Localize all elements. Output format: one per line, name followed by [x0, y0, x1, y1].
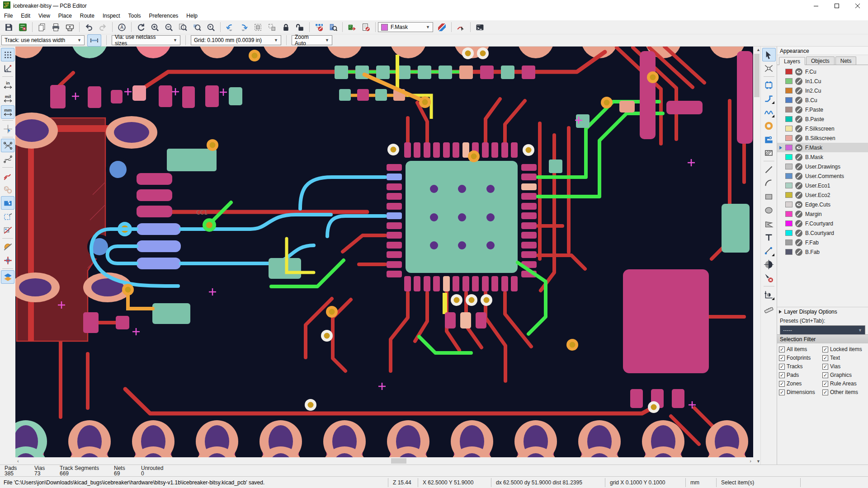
filter-pads[interactable]: Pads [779, 371, 822, 379]
visibility-icon[interactable] [795, 154, 802, 161]
page-settings-button[interactable] [35, 21, 49, 33]
units-inches-button[interactable]: in [1, 78, 14, 92]
layer-swatch[interactable] [785, 239, 793, 245]
layer-row-bsilk[interactable]: B.Silkscreen [777, 133, 868, 143]
checkbox[interactable] [779, 355, 785, 361]
checkbox[interactable] [779, 364, 785, 370]
visibility-icon[interactable] [795, 230, 802, 237]
layer-row-eco1[interactable]: User.Eco1 [777, 181, 868, 190]
visibility-icon[interactable] [795, 106, 802, 113]
draw-line-button[interactable] [762, 163, 776, 176]
toggle-ratsnest-button[interactable] [312, 21, 326, 33]
checkbox[interactable] [822, 372, 828, 378]
group-button[interactable] [251, 21, 265, 33]
visibility-icon[interactable] [795, 68, 802, 75]
layer-row-in2cu[interactable]: In2.Cu [777, 86, 868, 95]
horizontal-scrollbar[interactable]: ‹ › [15, 457, 753, 465]
vertical-scroll-thumb[interactable] [754, 54, 760, 97]
layer-swatch[interactable] [785, 78, 793, 84]
layer-swatch[interactable] [785, 135, 793, 141]
layer-swatch[interactable] [785, 230, 793, 236]
tab-nets[interactable]: Nets [835, 56, 857, 65]
checkbox[interactable] [822, 381, 828, 387]
back-button[interactable] [223, 21, 237, 33]
layer-row-bcourtyard[interactable]: B.Courtyard [777, 228, 868, 238]
visibility-icon[interactable] [795, 249, 802, 256]
drill-origin-button[interactable] [762, 258, 776, 271]
layer-row-edgecuts[interactable]: Edge.Cuts [777, 200, 868, 209]
menu-place[interactable]: Place [54, 12, 76, 20]
refresh-button[interactable] [134, 21, 148, 33]
draw-polygon-button[interactable] [762, 217, 776, 230]
zoom-fit-objects-button[interactable] [190, 21, 204, 33]
plot-button[interactable] [63, 21, 77, 33]
add-dimension-button[interactable] [762, 244, 776, 258]
visibility-icon[interactable] [795, 173, 802, 180]
filter-zones[interactable]: Zones [779, 380, 822, 388]
undo-button[interactable] [82, 21, 96, 33]
horizontal-scroll-thumb[interactable] [391, 458, 406, 464]
tab-objects[interactable]: Objects [806, 56, 835, 65]
pad-display-mode-button[interactable] [1, 196, 14, 210]
add-zone-button[interactable] [762, 132, 776, 146]
checkbox[interactable] [822, 347, 828, 352]
net-inspector-button[interactable] [326, 21, 340, 33]
via-display-mode-button[interactable] [1, 183, 14, 196]
board-setup-button[interactable] [16, 21, 30, 33]
visibility-icon[interactable] [795, 192, 802, 199]
menu-tools[interactable]: Tools [124, 12, 145, 20]
via-size-selector[interactable]: Via: use netclass sizes ▼ [112, 35, 180, 45]
filter-locked-items[interactable]: Locked items [822, 345, 866, 353]
filter-vias[interactable]: Vias [822, 362, 866, 371]
filter-other-items[interactable]: Other items [822, 388, 866, 396]
visibility-icon[interactable] [795, 125, 802, 132]
add-via-button[interactable] [762, 119, 776, 132]
layer-row-margin[interactable]: Margin [777, 209, 868, 219]
delete-tool-button[interactable] [762, 271, 776, 285]
draw-rectangle-button[interactable] [762, 190, 776, 203]
layer-display-options[interactable]: Layer Display Options [777, 307, 868, 316]
visibility-icon[interactable] [795, 87, 802, 94]
unlock-button[interactable] [293, 21, 307, 33]
layer-swatch[interactable] [785, 107, 793, 113]
layer-swatch[interactable] [785, 145, 793, 150]
layer-swatch[interactable] [785, 154, 793, 160]
layer-swatch[interactable] [785, 249, 793, 255]
units-mm-button[interactable]: mm [1, 105, 14, 119]
layer-row-fpaste[interactable]: F.Paste [777, 105, 868, 114]
layer-swatch[interactable] [785, 69, 793, 75]
grid-origin-button[interactable] [762, 288, 776, 301]
highlight-net-button[interactable] [762, 61, 776, 75]
print-button[interactable] [49, 21, 63, 33]
menu-preferences[interactable]: Preferences [145, 12, 183, 20]
zoom-selector[interactable]: Zoom Auto ▼ [292, 35, 332, 45]
ungroup-button[interactable] [265, 21, 279, 33]
layer-row-bcu[interactable]: B.Cu [777, 95, 868, 105]
layer-swatch[interactable] [785, 173, 793, 179]
crosshair-cursor-button[interactable] [1, 122, 14, 136]
scroll-left-icon[interactable]: ‹ [15, 458, 21, 464]
visibility-icon[interactable] [795, 78, 802, 85]
track-width-selector[interactable]: Track: use netclass width ▼ [1, 35, 85, 45]
vertical-scrollbar[interactable]: ▲ ▼ [753, 47, 760, 465]
drc-button[interactable] [359, 21, 373, 33]
ratsnest-button[interactable] [1, 139, 14, 152]
presets-selector[interactable]: ----- ▼ [780, 325, 865, 335]
layer-swatch[interactable] [785, 116, 793, 122]
grid-visibility-button[interactable] [1, 48, 14, 61]
outline-display-mode-button[interactable] [1, 210, 14, 223]
add-footprint-button[interactable] [762, 78, 776, 92]
active-layer-selector[interactable]: F.Mask ▼ [378, 22, 433, 32]
layer-row-ffab[interactable]: F.Fab [777, 238, 868, 247]
visibility-icon[interactable] [795, 182, 802, 189]
layer-row-bpaste[interactable]: B.Paste [777, 114, 868, 124]
status-units[interactable]: mm [685, 478, 716, 487]
filter-text[interactable]: Text [822, 354, 866, 362]
layer-row-fcu[interactable]: F.Cu [777, 67, 868, 76]
track-display-mode-button[interactable] [1, 169, 14, 183]
curved-ratsnest-button[interactable] [1, 152, 14, 166]
zoom-selection-button[interactable] [204, 21, 218, 33]
add-text-button[interactable] [762, 230, 776, 244]
zoom-in-button[interactable] [148, 21, 162, 33]
forward-button[interactable] [237, 21, 251, 33]
